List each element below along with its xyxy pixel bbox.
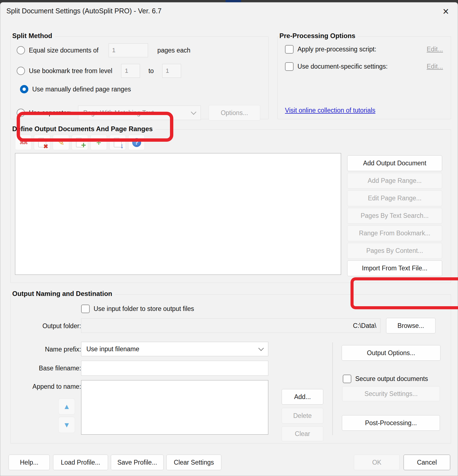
- delete-range-button[interactable]: ✖✖: [15, 135, 31, 150]
- move-up-button[interactable]: [58, 398, 75, 415]
- delete-range-icon: ✖✖: [19, 139, 27, 146]
- append-add-button[interactable]: Add...: [282, 389, 323, 405]
- split-document-settings-dialog: Split Document Settings (AutoSplit PRO) …: [0, 2, 458, 476]
- add-output-document-button[interactable]: Add Output Document: [347, 155, 442, 171]
- cancel-button[interactable]: Cancel: [404, 455, 450, 470]
- name-prefix-value: Use input filename: [86, 345, 139, 353]
- apply-script-label: Apply pre-processing script:: [297, 46, 376, 53]
- pre-processing-group: Pre-Processing Options Apply pre-process…: [277, 36, 451, 119]
- separator-type-value: Page With Matching Text: [83, 109, 154, 117]
- chevron-down-icon: [191, 109, 196, 115]
- append-clear-button[interactable]: Clear: [282, 426, 323, 441]
- name-prefix-select[interactable]: Use input filename: [81, 342, 268, 356]
- move-down-button[interactable]: [58, 417, 75, 433]
- separator-type-select[interactable]: Page With Matching Text: [78, 106, 201, 120]
- separator-label: Use separator:: [29, 109, 71, 117]
- base-filename-label: Base filename:: [17, 365, 81, 372]
- use-input-folder-checkbox[interactable]: [81, 305, 90, 313]
- use-input-folder-label: Use input folder to store output files: [94, 305, 194, 313]
- secure-output-row: Secure output documents: [343, 375, 428, 383]
- security-settings-button[interactable]: Security Settings...: [342, 386, 440, 401]
- append-delete-button[interactable]: Delete: [282, 408, 323, 423]
- chevron-down-icon: [258, 345, 264, 351]
- output-folder-field[interactable]: C:\Data\: [81, 318, 381, 333]
- add-icon: +: [96, 138, 101, 147]
- split-method-header: Split Method: [12, 32, 55, 40]
- append-to-name-list[interactable]: [81, 380, 268, 435]
- ranges-actions-column: Add Output Document Add Page Range... Ed…: [347, 155, 442, 278]
- export-document-button[interactable]: [109, 135, 126, 150]
- output-naming-header: Output Naming and Destination: [12, 290, 115, 298]
- use-input-folder-row: Use input folder to store output files: [81, 305, 194, 313]
- add-document-button[interactable]: [72, 135, 88, 150]
- doc-settings-edit-link[interactable]: Edit...: [427, 63, 443, 70]
- export-document-icon: [114, 138, 122, 147]
- bookmark-level-to-input[interactable]: 1: [162, 64, 181, 78]
- load-profile-button[interactable]: Load Profile...: [53, 455, 108, 470]
- delete-document-button[interactable]: [34, 135, 50, 150]
- close-icon[interactable]: [439, 5, 453, 18]
- edit-icon: ✎: [57, 138, 64, 147]
- delete-document-icon: [38, 138, 46, 147]
- ok-button[interactable]: OK: [354, 455, 400, 470]
- split-method-group: Split Method Equal size documents of 1 p…: [10, 36, 269, 119]
- pages-each-input[interactable]: 1: [109, 43, 148, 57]
- define-output-header: Define Output Documents And Page Ranges: [12, 125, 156, 133]
- screen: Split Document Settings (AutoSplit PRO) …: [0, 0, 458, 476]
- secure-output-checkbox[interactable]: [343, 375, 351, 383]
- output-folder-value: C:\Data\: [353, 322, 376, 330]
- pages-each-suffix: pages each: [157, 47, 191, 54]
- manual-ranges-row: Use manually defined page ranges: [20, 85, 131, 93]
- page-ranges-list[interactable]: [15, 153, 341, 275]
- doc-settings-row: Use document-specific settings: Edit...: [285, 62, 443, 71]
- equal-size-radio[interactable]: [17, 46, 25, 54]
- help-toolbar-button[interactable]: [128, 135, 145, 150]
- add-page-range-button[interactable]: Add Page Range...: [347, 173, 442, 189]
- base-filename-input[interactable]: [81, 361, 268, 376]
- doc-settings-label: Use document-specific settings:: [297, 63, 388, 70]
- pages-by-content-button[interactable]: Pages By Content...: [347, 243, 442, 259]
- output-folder-label: Output folder:: [17, 322, 81, 330]
- save-profile-button[interactable]: Save Profile...: [111, 455, 164, 470]
- output-naming-group: Output Naming and Destination Use input …: [10, 294, 451, 443]
- separator-options-button[interactable]: Options...: [209, 105, 260, 121]
- equal-size-row: Equal size documents of 1 pages each: [17, 43, 191, 57]
- titlebar: Split Document Settings (AutoSplit PRO) …: [0, 3, 458, 20]
- edit-page-range-button[interactable]: Edit Page Range...: [347, 190, 442, 206]
- help-button[interactable]: Help...: [9, 455, 50, 470]
- manual-ranges-radio[interactable]: [20, 85, 28, 93]
- post-processing-button[interactable]: Post-Processing...: [342, 415, 440, 431]
- help-icon: [132, 138, 141, 147]
- window-title: Split Document Settings (AutoSplit PRO) …: [6, 7, 162, 15]
- bookmark-tree-row: Use bookmark tree from level 1 to 1: [17, 64, 181, 78]
- apply-script-checkbox[interactable]: [285, 45, 294, 54]
- bookmark-tree-radio[interactable]: [17, 67, 25, 75]
- browse-button[interactable]: Browse...: [386, 318, 436, 333]
- pre-processing-script-row: Apply pre-processing script: Edit...: [285, 45, 443, 54]
- pages-by-text-search-button[interactable]: Pages By Text Search...: [347, 208, 442, 224]
- equal-size-label: Equal size documents of: [29, 47, 99, 54]
- add-range-button[interactable]: +: [91, 135, 107, 150]
- define-output-group: Define Output Documents And Page Ranges …: [10, 129, 451, 283]
- append-to-name-label: Append to name:: [17, 383, 81, 390]
- tutorials-link[interactable]: Visit online collection of tutorials: [285, 107, 376, 114]
- vertical-divider: [332, 342, 333, 435]
- separator-radio[interactable]: [17, 109, 25, 117]
- import-from-text-file-button[interactable]: Import From Text File...: [347, 260, 442, 276]
- add-document-icon: [76, 138, 84, 147]
- script-edit-link[interactable]: Edit...: [427, 46, 443, 53]
- bookmark-to-label: to: [148, 67, 154, 75]
- manual-ranges-label: Use manually defined page ranges: [32, 86, 131, 93]
- doc-settings-checkbox[interactable]: [285, 62, 294, 71]
- output-options-button[interactable]: Output Options...: [342, 345, 441, 361]
- bookmark-tree-label: Use bookmark tree from level: [29, 67, 112, 75]
- bookmark-level-from-input[interactable]: 1: [121, 64, 140, 78]
- pre-processing-header: Pre-Processing Options: [279, 32, 358, 40]
- secure-output-label: Secure output documents: [355, 375, 428, 383]
- range-from-bookmark-button[interactable]: Range From Bookmark...: [347, 225, 442, 241]
- separator-row: Use separator: Page With Matching Text O…: [17, 105, 260, 121]
- edit-range-button[interactable]: ✎: [53, 135, 69, 150]
- clear-settings-button[interactable]: Clear Settings: [166, 455, 221, 470]
- ranges-toolbar: ✖✖ ✎ +: [15, 135, 145, 150]
- name-prefix-label: Name prefix:: [17, 346, 81, 353]
